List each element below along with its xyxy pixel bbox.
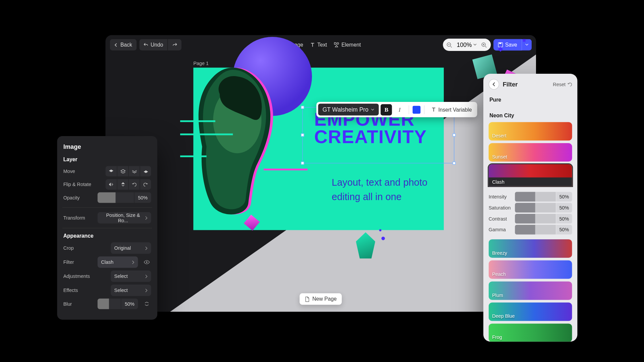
filter-item-desert[interactable]: Desert: [489, 122, 572, 140]
move-forward-button[interactable]: [117, 166, 128, 176]
layer-front-icon: [109, 169, 114, 173]
chevron-right-icon: [145, 288, 148, 292]
filter-item-plum[interactable]: Plum: [489, 282, 572, 300]
filter-back-button[interactable]: [489, 79, 499, 89]
font-family-select[interactable]: GT Walsheim Pro: [318, 104, 379, 115]
effects-select[interactable]: Select: [111, 285, 151, 296]
save-button[interactable]: Save: [493, 39, 522, 51]
insert-variable-button[interactable]: Insert Variable: [428, 107, 476, 113]
zoom-in-icon: [481, 42, 487, 48]
intensity-slider[interactable]: [515, 192, 556, 201]
filter-reset-button[interactable]: Reset: [553, 82, 572, 87]
chevron-down-icon: [371, 108, 374, 111]
filter-value: Clash: [101, 259, 113, 265]
redo-button[interactable]: [168, 39, 182, 51]
resize-handle-ml[interactable]: [301, 133, 304, 136]
gamma-slider[interactable]: [515, 225, 556, 235]
dot-decoration: [381, 237, 385, 240]
layer-up-icon: [120, 169, 125, 173]
image-properties-panel: Image Layer Move Flip & Rotate Opacity 5…: [57, 136, 157, 320]
flip-h-icon: [109, 182, 114, 187]
rotate-right-button[interactable]: [140, 179, 151, 189]
text-format-toolbar: GT Walsheim Pro B I Insert Variable: [316, 102, 477, 117]
filter-name: Plum: [492, 292, 503, 298]
italic-button[interactable]: I: [394, 104, 405, 115]
dot-decoration: [379, 229, 382, 232]
design-page[interactable]: EMPOWER CREATIVITY Layout, text and phot…: [193, 68, 444, 230]
resize-handle-tl[interactable]: [301, 106, 304, 109]
filter-name: Desert: [492, 133, 506, 138]
resize-handle-bl[interactable]: [301, 162, 304, 165]
glitch-decoration: [180, 120, 215, 122]
resize-handle-br[interactable]: [452, 162, 455, 165]
flip-horizontal-button[interactable]: [105, 179, 117, 189]
new-page-label: New Page: [312, 296, 337, 302]
zoom-out-button[interactable]: [444, 40, 454, 50]
zoom-level-button[interactable]: 100%: [455, 42, 479, 48]
bold-button[interactable]: B: [381, 104, 392, 115]
svg-point-9: [146, 261, 148, 263]
gamma-value[interactable]: 50%: [556, 225, 572, 235]
move-to-front-button[interactable]: [105, 166, 117, 176]
zoom-value: 100%: [457, 42, 472, 48]
crop-value: Original: [114, 245, 131, 251]
intensity-value[interactable]: 50%: [556, 192, 572, 201]
undo-button[interactable]: Undo: [139, 39, 168, 51]
resize-handle-mr[interactable]: [452, 133, 455, 136]
filter-item-clash[interactable]: Clash: [489, 164, 572, 186]
layer-back-icon: [143, 169, 148, 173]
expand-icon: [144, 302, 150, 306]
blur-value[interactable]: 50%: [121, 299, 138, 309]
back-label: Back: [120, 42, 132, 48]
adjustments-label: Adjustments: [63, 274, 93, 279]
filter-select[interactable]: Clash: [98, 256, 138, 268]
blur-label: Blur: [63, 301, 93, 307]
filter-group-neon: Neon City: [489, 110, 572, 121]
chevron-right-icon: [132, 260, 135, 264]
reset-label: Reset: [553, 82, 566, 87]
divider: [424, 105, 425, 114]
blur-expand-button[interactable]: [142, 299, 151, 308]
blur-slider[interactable]: 50%: [98, 299, 138, 309]
filter-item-sunset[interactable]: Sunset: [489, 143, 572, 162]
back-button[interactable]: Back: [110, 39, 137, 51]
opacity-slider[interactable]: 50%: [98, 192, 151, 203]
saturation-label: Saturation: [489, 205, 515, 210]
crop-select[interactable]: Original: [111, 242, 151, 254]
editor-window: Back Undo Image Text Element: [105, 35, 536, 312]
filter-name: Deep Blue: [492, 313, 515, 319]
canvas-area[interactable]: Page 1 EMPOWER CREATIVITY Layout, text a…: [105, 54, 536, 312]
chevron-right-icon: [145, 216, 148, 220]
appearance-section-label: Appearance: [63, 233, 151, 239]
insert-text-button[interactable]: Text: [310, 42, 327, 48]
gamma-label: Gamma: [489, 227, 515, 232]
insert-element-button[interactable]: Element: [334, 42, 361, 48]
glitch-decoration: [264, 169, 308, 170]
page-icon: [305, 296, 310, 302]
opacity-value[interactable]: 50%: [134, 192, 151, 203]
filter-name: Breezy: [492, 250, 507, 256]
contrast-value[interactable]: 50%: [556, 214, 572, 224]
transform-select[interactable]: Position, Size & Ro...: [98, 212, 151, 224]
glitch-decoration: [180, 156, 207, 157]
filter-item-frog[interactable]: Frog: [489, 323, 572, 342]
move-to-back-button[interactable]: [140, 166, 151, 176]
filter-item-breezy[interactable]: Breezy: [489, 239, 572, 258]
filter-visibility-toggle[interactable]: [142, 258, 151, 266]
flip-vertical-button[interactable]: [117, 179, 128, 189]
saturation-slider[interactable]: [515, 203, 556, 213]
filter-item-deepblue[interactable]: Deep Blue: [489, 303, 572, 321]
contrast-slider[interactable]: [515, 214, 556, 224]
new-page-button[interactable]: New Page: [300, 293, 342, 305]
transform-value: Position, Size & Ro...: [101, 213, 145, 223]
subline-text[interactable]: Layout, text and photo editing all in on…: [332, 175, 446, 204]
text-color-swatch[interactable]: [413, 106, 421, 114]
zoom-in-button[interactable]: [479, 40, 489, 50]
rotate-left-icon: [132, 182, 137, 187]
adjustments-select[interactable]: Select: [111, 270, 151, 282]
move-backward-button[interactable]: [128, 166, 140, 176]
saturation-value[interactable]: 50%: [556, 203, 572, 213]
flip-v-icon: [121, 182, 125, 187]
filter-item-peach[interactable]: Peach: [489, 260, 572, 279]
rotate-left-button[interactable]: [128, 179, 140, 189]
